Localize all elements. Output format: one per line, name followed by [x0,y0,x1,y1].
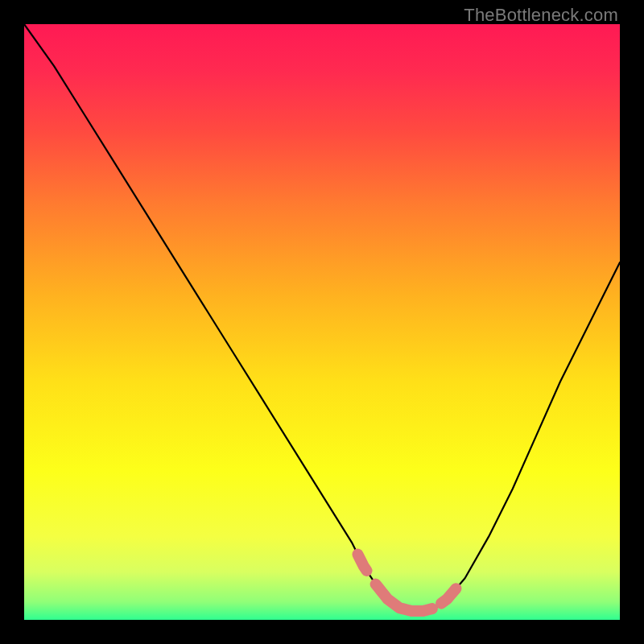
chart-area [24,24,620,620]
highlight-left [357,555,366,571]
curve-layer [24,24,620,620]
highlight-flat [376,584,432,611]
highlight-markers [357,555,456,611]
highlight-right [441,588,456,604]
chart-container: TheBottleneck.com [0,0,644,644]
bottleneck-curve [24,24,620,611]
watermark-text: TheBottleneck.com [464,5,618,26]
